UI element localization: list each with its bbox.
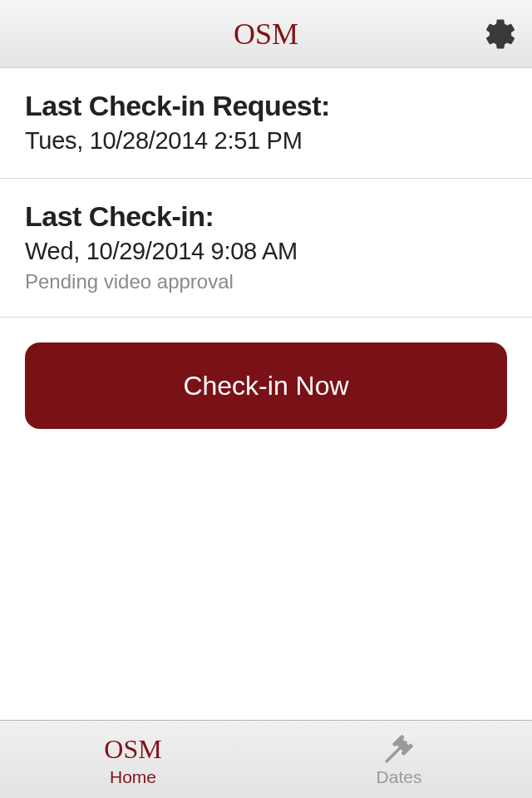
last-request-value: Tues, 10/28/2014 2:51 PM bbox=[25, 127, 507, 155]
checkin-status: Pending video approval bbox=[25, 270, 507, 293]
last-checkin-request-section: Last Check-in Request: Tues, 10/28/2014 … bbox=[0, 68, 532, 179]
dates-tab-icon bbox=[382, 732, 416, 766]
action-area: Check-in Now bbox=[0, 318, 532, 454]
last-checkin-label: Last Check-in: bbox=[25, 200, 507, 233]
gavel-icon bbox=[382, 732, 416, 766]
settings-button[interactable] bbox=[480, 14, 520, 54]
home-tab-label: Home bbox=[110, 767, 156, 787]
page-title: OSM bbox=[234, 17, 298, 52]
last-checkin-value: Wed, 10/29/2014 9:08 AM bbox=[25, 238, 507, 265]
checkin-now-button[interactable]: Check-in Now bbox=[25, 342, 507, 429]
tab-bar: OSM Home Dates bbox=[0, 720, 532, 798]
app-header: OSM bbox=[0, 0, 532, 68]
last-request-label: Last Check-in Request: bbox=[25, 90, 507, 122]
tab-dates[interactable]: Dates bbox=[266, 721, 532, 798]
home-tab-icon: OSM bbox=[104, 732, 161, 766]
osm-logo-text-icon: OSM bbox=[104, 736, 161, 762]
tab-home[interactable]: OSM Home bbox=[0, 721, 266, 798]
dates-tab-label: Dates bbox=[377, 767, 422, 787]
gear-icon bbox=[483, 17, 518, 52]
last-checkin-section: Last Check-in: Wed, 10/29/2014 9:08 AM P… bbox=[0, 179, 532, 318]
